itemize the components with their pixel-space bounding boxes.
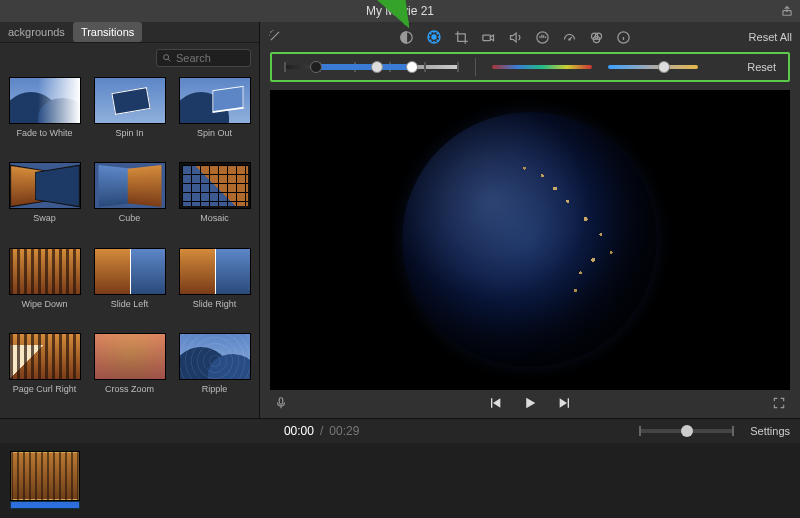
noise-reduction-icon[interactable] xyxy=(535,30,550,45)
transition-cube[interactable]: Cube xyxy=(91,162,168,237)
timeline-clip[interactable] xyxy=(10,451,80,501)
shadows-knob[interactable] xyxy=(310,61,322,73)
tab-transitions[interactable]: Transitions xyxy=(73,22,142,42)
cc-reset-button[interactable]: Reset xyxy=(747,61,776,73)
earth-image xyxy=(402,112,657,367)
search-input[interactable] xyxy=(156,49,251,67)
transition-cross-zoom[interactable]: Cross Zoom xyxy=(91,333,168,408)
transition-ripple[interactable]: Ripple xyxy=(176,333,253,408)
separator xyxy=(475,58,476,76)
info-icon[interactable] xyxy=(616,30,631,45)
transitions-grid: Fade to White Spin In Spin Out Swap Cube… xyxy=(0,73,259,418)
filters-icon[interactable] xyxy=(589,30,604,45)
crop-icon[interactable] xyxy=(454,30,469,45)
timecode-separator: / xyxy=(320,424,323,438)
transition-slide-right[interactable]: Slide Right xyxy=(176,248,253,323)
svg-line-3 xyxy=(168,59,170,61)
transition-swap[interactable]: Swap xyxy=(6,162,83,237)
svg-rect-14 xyxy=(279,398,283,404)
microphone-icon[interactable] xyxy=(274,396,288,412)
tab-backgrounds[interactable]: ackgrounds xyxy=(0,22,73,42)
sidebar: ackgrounds Transitions Fade to White Spi… xyxy=(0,22,260,418)
settings-button[interactable]: Settings xyxy=(750,425,790,437)
transition-spin-out[interactable]: Spin Out xyxy=(176,77,253,152)
volume-icon[interactable] xyxy=(508,30,523,45)
transition-slide-left[interactable]: Slide Left xyxy=(91,248,168,323)
zoom-knob[interactable] xyxy=(681,425,693,437)
project-title: My Movie 21 xyxy=(366,4,434,18)
midtones-knob[interactable] xyxy=(371,61,383,73)
search-field[interactable] xyxy=(176,52,236,64)
timeline-clip-audio[interactable] xyxy=(10,501,80,509)
transition-spin-in[interactable]: Spin In xyxy=(91,77,168,152)
color-balance-icon[interactable] xyxy=(399,30,414,45)
zoom-slider[interactable] xyxy=(639,429,734,433)
stabilization-icon[interactable] xyxy=(481,30,496,45)
timecode-duration: 00:29 xyxy=(329,424,359,438)
next-button[interactable] xyxy=(557,395,573,413)
transition-fade-to-white[interactable]: Fade to White xyxy=(6,77,83,152)
reset-all-button[interactable]: Reset All xyxy=(749,31,792,43)
color-correction-bar: Reset xyxy=(270,52,790,82)
color-correction-icon[interactable] xyxy=(426,29,442,45)
highlights-knob[interactable] xyxy=(406,61,418,73)
speed-icon[interactable] xyxy=(562,30,577,45)
transport-bar xyxy=(260,390,800,418)
svg-point-2 xyxy=(164,55,169,60)
share-icon[interactable] xyxy=(780,3,794,19)
magic-wand-icon[interactable] xyxy=(268,29,282,45)
exposure-slider[interactable] xyxy=(284,65,459,69)
preview-toolbar: Reset All xyxy=(260,22,800,52)
preview-pane: Reset All Reset xyxy=(260,22,800,418)
fullscreen-icon[interactable] xyxy=(772,396,786,412)
timeline-track[interactable] xyxy=(0,443,800,518)
prev-button[interactable] xyxy=(487,395,503,413)
timecode-current: 00:00 xyxy=(284,424,314,438)
temperature-slider[interactable] xyxy=(608,65,698,69)
video-preview[interactable] xyxy=(270,90,790,390)
timeline: 00:00 / 00:29 Settings xyxy=(0,418,800,518)
transition-page-curl-right[interactable]: Page Curl Right xyxy=(6,333,83,408)
svg-rect-7 xyxy=(483,35,491,41)
svg-point-9 xyxy=(569,38,570,39)
titlebar: My Movie 21 xyxy=(0,0,800,22)
transition-mosaic[interactable]: Mosaic xyxy=(176,162,253,237)
transition-wipe-down[interactable]: Wipe Down xyxy=(6,248,83,323)
play-button[interactable] xyxy=(521,394,539,414)
svg-point-6 xyxy=(432,35,436,39)
search-icon xyxy=(162,53,172,63)
temperature-knob[interactable] xyxy=(658,61,670,73)
saturation-slider[interactable] xyxy=(492,65,592,69)
